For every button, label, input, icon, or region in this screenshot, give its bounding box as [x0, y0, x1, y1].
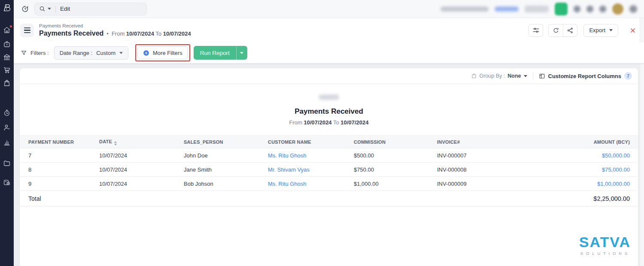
export-label: Export [589, 27, 605, 33]
report-card-toolbar: Group By : None Customize Report Columns… [20, 68, 638, 84]
search-input[interactable] [60, 6, 125, 12]
masked-trial-text [440, 6, 489, 12]
run-report-caret-icon [240, 52, 243, 54]
customize-columns-label: Customize Report Columns [548, 73, 621, 79]
cell-sales_person: Jane Smith [184, 166, 212, 173]
column-header-date[interactable]: DATE [99, 136, 184, 148]
global-search[interactable] [34, 3, 147, 15]
refresh-button[interactable] [549, 24, 563, 36]
cell-date: 10/07/2024 [99, 181, 127, 187]
sidebar-item-customers[interactable] [3, 124, 11, 131]
sidebar-item-time-tracking[interactable] [3, 109, 11, 117]
cell-sales_person: John Doe [184, 152, 208, 159]
customize-columns-control[interactable]: Customize Report Columns 7 [539, 72, 632, 80]
filters-bar: Filters : Date Range : Custom More Filte… [14, 42, 644, 63]
brand-logo: SATVA SOLUTIONS [579, 235, 631, 256]
app-logo-icon[interactable] [2, 3, 12, 14]
more-filters-button[interactable]: More Filters [137, 46, 188, 59]
report-card: Group By : None Customize Report Columns… [19, 68, 638, 266]
breadcrumb: Payments Received [39, 23, 191, 28]
date-range-label: Date Range : [60, 50, 93, 56]
masked-icon-1[interactable] [574, 6, 580, 12]
report-table: PAYMENT NUMBERDATESALES_PERSONCUSTOMER N… [20, 136, 638, 206]
sidebar-item-orders-box[interactable] [3, 40, 11, 48]
topbar-right-cluster [440, 3, 644, 15]
more-filters-label: More Filters [153, 50, 182, 56]
column-header-label: PAYMENT NUMBER [28, 139, 74, 145]
avatar[interactable] [612, 3, 623, 15]
group-by-value: None [507, 73, 521, 79]
sidebar-item-bank[interactable] [3, 53, 11, 61]
cell-link-customer_name[interactable]: Ms. Ritu Ghosh [268, 181, 307, 187]
column-header-sales_person: SALES_PERSON [184, 136, 268, 148]
sidebar-item-purchases-bag[interactable] [3, 79, 11, 87]
column-header-payment_number: PAYMENT NUMBER [20, 136, 99, 148]
total-row: Total $2,25,000.00 [20, 191, 638, 206]
cell-payment_number: 7 [28, 152, 31, 159]
cell-commission: $750.00 [354, 166, 374, 173]
history-icon[interactable] [19, 3, 31, 15]
run-report-caret-button[interactable] [236, 46, 247, 60]
sidebar-item-cart[interactable] [3, 66, 11, 74]
column-header-label: CUSTOMER NAME [268, 139, 311, 145]
sidebar-item-home[interactable] [3, 26, 11, 34]
columns-count-badge: 7 [624, 72, 632, 80]
cell-date: 10/07/2024 [99, 152, 127, 159]
masked-add-new-button[interactable] [555, 3, 568, 15]
table-row: 810/07/2024Jane SmithMr. Shivam Vyas$750… [20, 163, 638, 177]
report-table-body: 710/07/2024John DoeMs. Ritu Ghosh$500.00… [20, 148, 638, 191]
report-title: Payments Received [20, 107, 638, 116]
brand-name: SATVA [579, 235, 631, 249]
report-date-range: From 10/07/2024 To 10/07/2024 [20, 119, 638, 126]
close-icon[interactable] [629, 27, 636, 34]
cell-link-amount[interactable]: $50,000.00 [602, 152, 630, 159]
filter-funnel-icon [21, 50, 27, 56]
cell-link-customer_name[interactable]: Mr. Shivam Vyas [268, 166, 310, 173]
filters-label: Filters : [30, 50, 49, 56]
date-range-value: Custom [96, 50, 115, 56]
share-button[interactable] [563, 24, 577, 36]
masked-icon-4[interactable] [629, 5, 637, 13]
column-header-commission: COMMISSION [354, 136, 437, 148]
header-date-range: From 10/07/2024 To 10/07/2024 [112, 30, 191, 37]
export-caret-icon [609, 29, 613, 31]
notification-dot [9, 25, 12, 28]
column-header-label: DATE [99, 139, 112, 144]
column-header-customer_name: CUSTOMER NAME [268, 136, 354, 148]
sidebar-item-payments-device[interactable] [3, 178, 11, 186]
refresh-share-button-group [548, 24, 577, 37]
sidebar-item-reports[interactable] [3, 139, 11, 146]
sort-icon[interactable] [114, 141, 117, 145]
masked-upgrade-link[interactable] [495, 6, 519, 12]
cell-payment_number: 9 [28, 181, 31, 187]
date-range-filter-button[interactable]: Date Range : Custom [54, 46, 128, 60]
group-by-label: Group By : [480, 73, 505, 79]
run-report-split-button: Run Report [194, 46, 247, 60]
sidebar-item-documents-folder[interactable] [3, 159, 11, 167]
masked-icon-2[interactable] [586, 6, 593, 12]
cell-link-customer_name[interactable]: Ms. Ritu Ghosh [268, 152, 307, 159]
title-block: Payments Received Payments Received • Fr… [39, 23, 191, 37]
group-by-control[interactable]: Group By : None [471, 73, 527, 79]
masked-icon-3[interactable] [599, 6, 606, 12]
export-button[interactable]: Export [583, 24, 618, 37]
cell-invoice: INV-000009 [437, 181, 467, 187]
sidebar [0, 0, 14, 266]
cell-link-amount[interactable]: $1,00,000.00 [597, 181, 630, 187]
cell-payment_number: 8 [28, 166, 31, 173]
cell-sales_person: Bob Johson [184, 181, 213, 187]
cell-link-amount[interactable]: $75,000.00 [602, 166, 630, 173]
column-header-label: SALES_PERSON [184, 139, 223, 145]
run-report-button[interactable]: Run Report [194, 46, 236, 60]
search-icon [39, 6, 46, 12]
masked-dropdown[interactable] [525, 6, 549, 12]
brand-tagline: SOLUTIONS [579, 251, 631, 256]
table-row: 710/07/2024John DoeMs. Ritu Ghosh$500.00… [20, 148, 638, 163]
hamburger-menu-button[interactable] [20, 24, 34, 37]
masked-org-name [319, 94, 339, 100]
page-title: Payments Received [39, 30, 103, 37]
plus-circle-icon [143, 50, 149, 56]
search-scope-caret-icon[interactable] [48, 8, 51, 10]
report-settings-button[interactable] [529, 24, 543, 37]
total-label: Total [20, 191, 99, 206]
